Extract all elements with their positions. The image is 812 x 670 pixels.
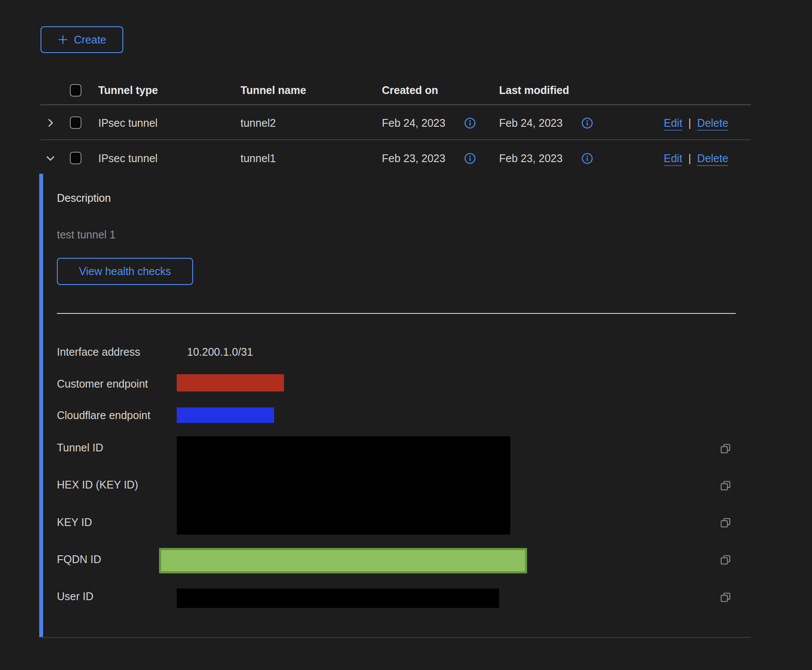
column-header-created-on: Created on <box>382 84 438 97</box>
copy-hex-id-button[interactable] <box>719 479 732 492</box>
tunnel-id-label: Tunnel ID <box>57 441 103 454</box>
create-button[interactable]: Create <box>41 26 123 53</box>
fqdn-id-label: FQDN ID <box>57 553 101 566</box>
edit-link[interactable]: Edit <box>664 152 682 165</box>
user-id-redacted-value <box>177 589 499 608</box>
expand-row-button[interactable] <box>45 117 56 128</box>
created-on-cell: Feb 23, 2023 <box>382 152 445 165</box>
copy-fqdn-id-button[interactable] <box>719 554 732 566</box>
created-on-cell: Feb 24, 2023 <box>382 116 445 129</box>
cloudflare-endpoint-redacted-value <box>177 407 274 423</box>
last-modified-cell: Feb 24, 2023 <box>499 116 562 129</box>
row-checkbox[interactable] <box>70 152 81 164</box>
last-modified-cell: Feb 23, 2023 <box>499 152 562 165</box>
plus-icon <box>57 34 69 45</box>
delete-link[interactable]: Delete <box>697 152 728 165</box>
select-all-checkbox[interactable] <box>70 84 81 97</box>
info-icon[interactable] <box>464 153 476 164</box>
copy-tunnel-id-button[interactable] <box>719 442 732 455</box>
info-icon[interactable] <box>464 117 476 129</box>
cloudflare-endpoint-label: Cloudflare endpoint <box>57 409 150 422</box>
tunnel-type-cell: IPsec tunnel <box>98 152 158 165</box>
tunnels-page: Create Tunnel type Tunnel name Created o… <box>0 0 812 670</box>
copy-icon <box>719 554 732 566</box>
info-icon[interactable] <box>581 153 593 164</box>
copy-icon <box>719 591 732 604</box>
customer-endpoint-redacted-value <box>177 374 284 391</box>
view-health-checks-label: View health checks <box>79 265 171 278</box>
action-separator: | <box>688 117 691 129</box>
interface-address-value: 10.200.1.0/31 <box>187 345 253 358</box>
delete-link[interactable]: Delete <box>697 116 728 129</box>
tunnel-name-cell: tunnel2 <box>240 116 276 129</box>
description-value: test tunnel 1 <box>57 228 116 241</box>
collapse-row-button[interactable] <box>45 153 56 164</box>
column-header-last-modified: Last modified <box>499 84 569 97</box>
header-divider <box>41 104 751 105</box>
row-checkbox[interactable] <box>70 116 81 129</box>
copy-icon <box>719 479 732 492</box>
column-header-tunnel-name: Tunnel name <box>240 84 306 97</box>
chevron-right-icon <box>45 117 56 128</box>
copy-key-id-button[interactable] <box>719 517 732 529</box>
copy-icon <box>719 442 732 455</box>
column-header-tunnel-type: Tunnel type <box>98 84 158 97</box>
customer-endpoint-label: Customer endpoint <box>57 377 148 390</box>
user-id-label: User ID <box>57 590 94 603</box>
copy-icon <box>719 517 732 529</box>
info-icon[interactable] <box>581 117 593 129</box>
key-id-label: KEY ID <box>57 516 92 529</box>
description-label: Description <box>57 191 111 204</box>
view-health-checks-button[interactable]: View health checks <box>57 258 193 285</box>
tunnel-type-cell: IPsec tunnel <box>98 116 158 129</box>
panel-bottom-divider <box>41 637 751 638</box>
action-separator: | <box>688 152 691 165</box>
row-divider <box>41 139 751 140</box>
edit-link[interactable]: Edit <box>664 116 682 129</box>
fqdn-id-redacted-value <box>159 548 527 573</box>
ids-redacted-value-block <box>177 436 510 535</box>
tunnel-name-cell: tunnel1 <box>240 152 276 165</box>
create-button-label: Create <box>74 34 106 46</box>
hex-id-label: HEX ID (KEY ID) <box>57 478 138 491</box>
expanded-row-indicator-bar <box>39 174 43 637</box>
panel-separator <box>57 313 736 314</box>
chevron-down-icon <box>45 153 56 164</box>
copy-user-id-button[interactable] <box>719 591 732 604</box>
interface-address-label: Interface address <box>57 345 140 358</box>
